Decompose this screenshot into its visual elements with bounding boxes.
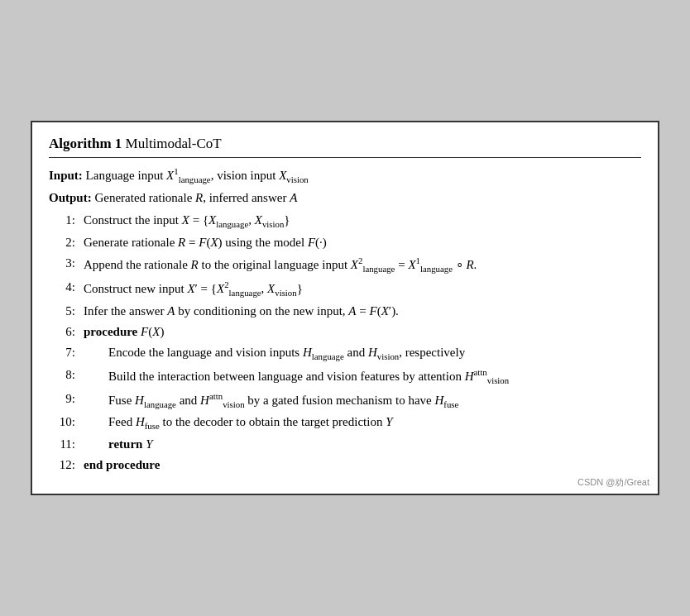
step-4: 4: Construct new input X′ = {X2language,…	[49, 278, 641, 300]
step-6-num: 6:	[49, 322, 84, 341]
step-2: 2: Generate rationale R = F(X) using the…	[49, 233, 641, 252]
procedure-keyword: procedure	[84, 325, 137, 338]
step-4-num: 4:	[49, 278, 84, 297]
step-2-content: Generate rationale R = F(X) using the mo…	[84, 233, 641, 252]
output-line: Output: Generated rationale R, inferred …	[49, 189, 641, 208]
step-8-num: 8:	[49, 365, 84, 384]
step-2-num: 2:	[49, 233, 84, 252]
step-6-content: procedure F(X)	[84, 322, 641, 341]
algorithm-body: Input: Language input X1language, vision…	[49, 165, 641, 475]
watermark: CSDN @劝/Great	[577, 476, 649, 489]
algorithm-title-bold: Algorithm 1	[49, 136, 122, 151]
step-8: 8: Build the interaction between languag…	[49, 365, 641, 388]
step-12: 12: end procedure	[49, 456, 641, 475]
return-keyword: return	[108, 437, 142, 451]
step-3: 3: Append the rationale R to the origina…	[49, 254, 641, 276]
input-text: Language input X1language, vision input …	[86, 169, 309, 182]
step-5-num: 5:	[49, 302, 84, 321]
step-10: 10: Feed Hfuse to the decoder to obtain …	[49, 413, 641, 433]
end-procedure-keyword: end procedure	[84, 458, 160, 471]
step-4-content: Construct new input X′ = {X2language, Xv…	[84, 278, 641, 300]
input-line: Input: Language input X1language, vision…	[49, 165, 641, 187]
step-10-content: Feed Hfuse to the decoder to obtain the …	[84, 413, 641, 433]
algorithm-box: Algorithm 1 Multimodal-CoT Input: Langua…	[31, 121, 659, 494]
step-6: 6: procedure F(X)	[49, 322, 641, 341]
step-1-num: 1:	[49, 211, 84, 230]
step-10-num: 10:	[49, 413, 84, 432]
step-5-content: Infer the answer A by conditioning on th…	[84, 302, 641, 321]
step-12-content: end procedure	[84, 456, 641, 475]
output-label: Output:	[49, 191, 92, 204]
step-3-content: Append the rationale R to the original l…	[84, 254, 641, 276]
step-11-content: return Y	[84, 435, 641, 454]
algorithm-steps: 1: Construct the input X = {Xlanguage, X…	[49, 211, 641, 475]
algorithm-title-text: Multimodal-CoT	[126, 136, 222, 151]
step-12-num: 12:	[49, 456, 84, 475]
output-text: Generated rationale R, inferred answer A	[94, 191, 297, 204]
step-1: 1: Construct the input X = {Xlanguage, X…	[49, 211, 641, 232]
step-8-content: Build the interaction between language a…	[84, 365, 641, 388]
step-11: 11: return Y	[49, 435, 641, 454]
step-9-content: Fuse Hlanguage and Hattnvision by a gate…	[84, 389, 641, 412]
step-5: 5: Infer the answer A by conditioning on…	[49, 302, 641, 321]
step-3-num: 3:	[49, 254, 84, 273]
step-9: 9: Fuse Hlanguage and Hattnvision by a g…	[49, 389, 641, 412]
algorithm-title: Algorithm 1 Multimodal-CoT	[49, 136, 641, 158]
step-1-content: Construct the input X = {Xlanguage, Xvis…	[84, 211, 641, 232]
step-7-content: Encode the language and vision inputs Hl…	[84, 343, 641, 364]
step-11-num: 11:	[49, 435, 84, 454]
input-label: Input:	[49, 169, 83, 182]
step-7: 7: Encode the language and vision inputs…	[49, 343, 641, 364]
step-7-num: 7:	[49, 343, 84, 362]
step-9-num: 9:	[49, 389, 84, 408]
